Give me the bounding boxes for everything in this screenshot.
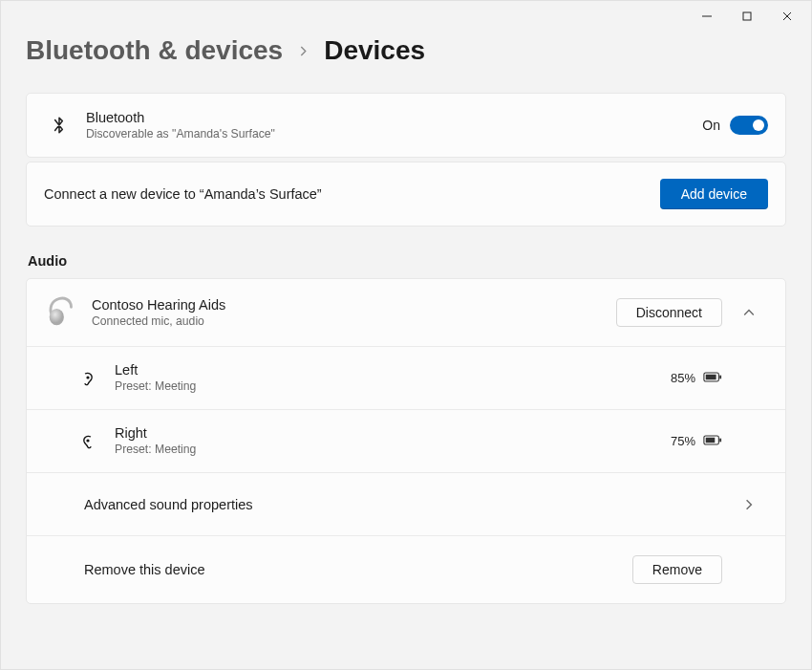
battery-icon bbox=[703, 371, 722, 385]
advanced-sound-row[interactable]: Advanced sound properties bbox=[27, 472, 785, 535]
maximize-button[interactable] bbox=[727, 2, 767, 31]
advanced-sound-label: Advanced sound properties bbox=[84, 497, 253, 512]
svg-rect-1 bbox=[743, 12, 751, 20]
svg-rect-12 bbox=[719, 439, 721, 443]
left-preset: Preset: Meeting bbox=[115, 379, 196, 395]
device-name: Contoso Hearing Aids bbox=[92, 296, 225, 313]
remove-device-label: Remove this device bbox=[84, 562, 205, 577]
device-header-row[interactable]: Contoso Hearing Aids Connected mic, audi… bbox=[27, 279, 785, 346]
right-preset: Preset: Meeting bbox=[115, 443, 196, 458]
svg-rect-7 bbox=[706, 375, 716, 379]
bluetooth-state-label: On bbox=[702, 118, 720, 133]
breadcrumb: Bluetooth & devices Devices bbox=[26, 35, 786, 66]
ear-right-icon bbox=[73, 434, 103, 449]
connect-text: Connect a new device to “Amanda’s Surfac… bbox=[44, 186, 322, 202]
audio-section-label: Audio bbox=[28, 253, 786, 269]
svg-point-5 bbox=[86, 376, 89, 378]
minimize-button[interactable] bbox=[687, 2, 727, 31]
svg-rect-8 bbox=[719, 376, 721, 379]
right-name: Right bbox=[115, 424, 196, 442]
device-card: Contoso Hearing Aids Connected mic, audi… bbox=[26, 278, 786, 604]
svg-point-4 bbox=[50, 309, 64, 325]
breadcrumb-current: Devices bbox=[324, 35, 425, 66]
device-left-row[interactable]: Left Preset: Meeting 85% bbox=[27, 346, 785, 409]
chevron-right-icon bbox=[730, 499, 768, 510]
remove-button[interactable]: Remove bbox=[632, 555, 722, 584]
left-name: Left bbox=[115, 361, 196, 378]
add-device-button[interactable]: Add device bbox=[660, 179, 768, 209]
battery-icon bbox=[703, 434, 722, 448]
device-status: Connected mic, audio bbox=[92, 314, 225, 330]
bluetooth-title: Bluetooth bbox=[86, 109, 275, 126]
left-battery-text: 85% bbox=[671, 371, 695, 385]
close-button[interactable] bbox=[767, 2, 807, 31]
connect-card: Connect a new device to “Amanda’s Surfac… bbox=[26, 162, 786, 227]
bluetooth-icon bbox=[44, 115, 75, 136]
ear-left-icon bbox=[73, 371, 103, 386]
disconnect-button[interactable]: Disconnect bbox=[616, 298, 722, 327]
right-battery-text: 75% bbox=[671, 434, 695, 448]
bluetooth-card: Bluetooth Discoverable as "Amanda's Surf… bbox=[26, 93, 786, 158]
hearing-aid-icon bbox=[44, 292, 80, 333]
device-right-row[interactable]: Right Preset: Meeting 75% bbox=[27, 409, 785, 472]
svg-point-9 bbox=[86, 439, 89, 442]
breadcrumb-parent[interactable]: Bluetooth & devices bbox=[26, 35, 283, 66]
remove-device-row: Remove this device Remove bbox=[27, 535, 785, 603]
svg-rect-11 bbox=[706, 438, 716, 443]
chevron-right-icon bbox=[298, 41, 309, 61]
bluetooth-toggle[interactable] bbox=[730, 116, 768, 135]
bluetooth-subtitle: Discoverable as "Amanda's Surface" bbox=[86, 127, 275, 142]
chevron-up-icon[interactable] bbox=[730, 307, 768, 318]
window-titlebar bbox=[1, 1, 811, 32]
